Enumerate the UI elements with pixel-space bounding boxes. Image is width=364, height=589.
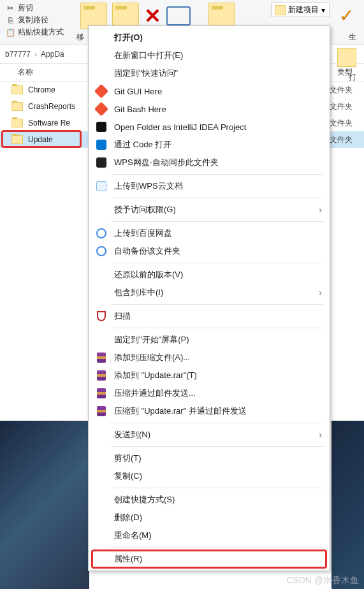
copy-path-button[interactable]: ⎘复制路径	[5, 15, 64, 25]
git-icon	[95, 85, 108, 98]
new-folder-icon	[275, 5, 286, 15]
chevron-right-icon: ›	[319, 287, 322, 298]
item-type: 文件夹	[330, 135, 364, 145]
item-name: Software Re	[28, 119, 70, 127]
cut-button[interactable]: ✂剪切	[5, 3, 64, 13]
menu-baidu-upload[interactable]: 上传到百度网盘	[89, 224, 330, 242]
vscode-icon	[95, 138, 108, 151]
menu-rar-email[interactable]: 压缩并通过邮件发送...	[89, 384, 330, 402]
breadcrumb-seg[interactable]: AppDa	[41, 50, 64, 59]
menu-baidu-backup[interactable]: 自动备份该文件夹	[89, 242, 330, 260]
path-icon: ⎘	[5, 15, 15, 25]
desktop-bg	[331, 421, 364, 589]
chevron-right-icon: ›	[34, 50, 37, 59]
separator	[112, 328, 323, 328]
rar-icon	[95, 351, 108, 364]
menu-rar-update-email[interactable]: 压缩到 "Update.rar" 并通过邮件发送	[89, 402, 330, 420]
menu-rename[interactable]: 重命名(M)	[89, 527, 330, 544]
menu-include-library[interactable]: 包含到库中(I)›	[89, 284, 330, 302]
idea-icon	[95, 120, 108, 133]
separator	[112, 547, 323, 548]
annotation-highlight	[91, 549, 327, 569]
menu-rar-add[interactable]: 添加到压缩文件(A)...	[89, 349, 330, 367]
new-item-label: 新建项目	[288, 4, 319, 15]
separator	[112, 304, 323, 305]
baidu-icon	[95, 227, 108, 240]
paste-shortcut-button[interactable]: 📋粘贴快捷方式	[5, 27, 64, 38]
menu-delete[interactable]: 删除(D)	[89, 509, 330, 527]
baidu-icon	[95, 245, 108, 258]
folder-icon	[337, 48, 356, 67]
desktop-bg	[0, 421, 89, 589]
ribbon-open-group: 生 打	[337, 32, 356, 83]
item-name: CrashReports	[28, 102, 75, 111]
paste-icon: 📋	[5, 27, 15, 38]
separator	[112, 423, 323, 423]
separator	[112, 446, 323, 447]
separator	[112, 263, 323, 263]
menu-copy[interactable]: 复制(C)	[89, 467, 330, 485]
menu-git-bash[interactable]: Git Bash Here	[89, 100, 330, 118]
menu-wps-upload[interactable]: 上传到WPS云文档	[89, 177, 330, 195]
paste-shortcut-label: 粘贴快捷方式	[18, 27, 64, 38]
rar-icon	[95, 387, 108, 400]
item-type: 文件夹	[330, 118, 364, 129]
copy-path-label: 复制路径	[18, 15, 48, 25]
cut-label: 剪切	[18, 3, 33, 13]
item-type: 文件夹	[330, 85, 364, 96]
menu-grant-access[interactable]: 授予访问权限(G)›	[89, 201, 330, 219]
menu-cut[interactable]: 剪切(T)	[89, 449, 330, 467]
folder-icon	[11, 119, 23, 127]
watermark: CSDN @水香木鱼	[286, 575, 359, 586]
menu-intellij[interactable]: Open Folder as IntelliJ IDEA Project	[89, 118, 330, 136]
breadcrumb-seg[interactable]: b77777	[5, 50, 31, 59]
folder-icon	[11, 135, 23, 144]
rename-button[interactable]	[166, 6, 191, 25]
easy-access-label: 生	[349, 32, 356, 43]
item-name: Update	[28, 135, 53, 144]
chevron-down-icon: ▾	[321, 6, 325, 15]
item-name: Chrome	[28, 85, 55, 94]
properties-button[interactable]: ✓	[333, 3, 359, 28]
wps-icon	[95, 156, 108, 169]
menu-vscode[interactable]: 通过 Code 打开	[89, 136, 330, 154]
ribbon-clipboard-group: ✂剪切 ⎘复制路径 📋粘贴快捷方式	[5, 3, 64, 41]
rar-icon	[95, 369, 108, 382]
menu-pin-start[interactable]: 固定到"开始"屏幕(P)	[89, 331, 330, 349]
git-icon	[95, 103, 108, 115]
scissors-icon: ✂	[5, 3, 15, 13]
separator	[112, 488, 323, 488]
separator	[112, 198, 323, 198]
rar-icon	[95, 405, 108, 418]
separator	[112, 174, 323, 175]
wps-cloud-icon	[95, 180, 108, 193]
menu-open-new-window[interactable]: 在新窗口中打开(E)	[89, 47, 330, 64]
menu-scan[interactable]: 扫描	[89, 307, 330, 325]
separator	[112, 221, 323, 222]
context-menu: 打开(O) 在新窗口中打开(E) 固定到"快速访问" Git GUI Here …	[88, 25, 330, 571]
menu-pin-quick-access[interactable]: 固定到"快速访问"	[89, 64, 330, 82]
folder-icon	[11, 85, 23, 94]
menu-send-to[interactable]: 发送到(N)›	[89, 426, 330, 444]
shield-icon	[95, 310, 108, 323]
chevron-right-icon: ›	[319, 205, 322, 215]
menu-create-shortcut[interactable]: 创建快捷方式(S)	[89, 491, 330, 509]
new-item-dropdown[interactable]: 新建项目 ▾	[271, 3, 330, 17]
move-label: 移	[76, 32, 84, 43]
menu-open[interactable]: 打开(O)	[89, 29, 330, 47]
folder-icon	[11, 102, 23, 111]
menu-git-gui[interactable]: Git GUI Here	[89, 82, 330, 100]
item-type: 文件夹	[330, 101, 364, 112]
menu-restore-versions[interactable]: 还原以前的版本(V)	[89, 266, 330, 284]
menu-wps-sync[interactable]: WPS网盘-自动同步此文件夹	[89, 154, 330, 171]
menu-rar-update[interactable]: 添加到 "Update.rar"(T)	[89, 367, 330, 384]
chevron-right-icon: ›	[319, 430, 322, 440]
